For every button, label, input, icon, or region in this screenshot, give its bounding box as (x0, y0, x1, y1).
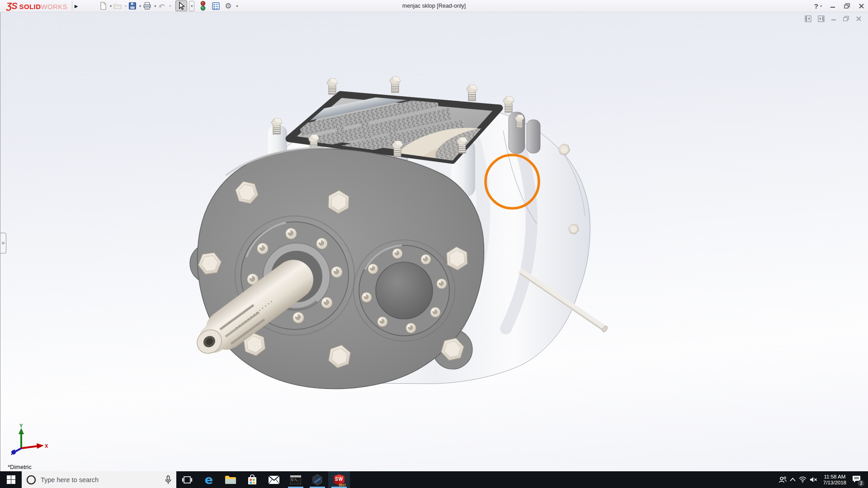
taskbar-app-edge[interactable]: e (198, 471, 220, 488)
windows-taskbar: e (0, 471, 868, 488)
minimize-icon (830, 3, 836, 9)
hexagon-app-icon (312, 474, 323, 486)
undo-button[interactable] (157, 0, 167, 11)
save-button[interactable] (127, 0, 137, 11)
edge-icon: e (205, 474, 213, 486)
housing-side-bolt (558, 144, 570, 155)
help-button[interactable]: ? ▾ (814, 2, 822, 10)
options-dropdown[interactable]: ▾ (236, 4, 238, 8)
taskbar-app-file-explorer[interactable] (220, 471, 241, 488)
taskbar-app-task-view[interactable] (176, 471, 198, 488)
taskbar-search-box[interactable] (22, 471, 176, 488)
menu-flyout-arrow-icon[interactable]: ▶ (72, 1, 80, 11)
close-button[interactable] (859, 3, 864, 9)
rebuild-traffic-light-icon (200, 1, 206, 11)
open-folder-icon (113, 2, 122, 10)
microphone-icon[interactable] (165, 475, 172, 484)
rebuild-button[interactable] (199, 0, 207, 11)
open-dropdown[interactable]: ▾ (125, 4, 127, 8)
select-tool-button[interactable] (175, 0, 187, 11)
options-gear-icon: ⚙ (225, 2, 231, 10)
command-prompt-icon: C:\_ (290, 475, 301, 484)
help-label: ? (814, 2, 818, 10)
start-button[interactable] (0, 471, 22, 488)
options-button[interactable]: ⚙ (224, 0, 232, 11)
restore-icon (844, 3, 850, 9)
new-document-icon (99, 2, 107, 10)
file-properties-icon (212, 2, 220, 10)
select-tool-dropdown[interactable]: ▾ (189, 1, 194, 11)
save-dropdown[interactable]: ▾ (139, 4, 141, 8)
taskbar-app-solidworks[interactable]: SW 2017 (328, 471, 350, 488)
cmd-prompt-text: C:\_ (292, 479, 299, 482)
sw-icon-year: 2017 (339, 483, 346, 487)
system-tray: 11:58 AM 7/13/2018 3 (779, 471, 868, 488)
screen: ƷS SOLIDWORKS ▶ ▾ ▾ (0, 0, 868, 488)
search-input[interactable] (41, 476, 160, 483)
file-properties-button[interactable] (211, 0, 221, 11)
hidden-icons-chevron[interactable] (790, 478, 796, 482)
people-icon[interactable] (779, 476, 787, 483)
close-icon (859, 3, 864, 9)
windows-logo-icon (7, 475, 15, 484)
wifi-icon[interactable] (799, 477, 807, 483)
select-cursor-icon (177, 1, 186, 10)
store-icon (247, 474, 258, 485)
save-floppy-icon (128, 2, 137, 10)
print-icon (143, 2, 151, 10)
sw-icon-label: SW (335, 477, 343, 482)
undo-arrow-icon (158, 2, 166, 10)
cortana-icon (26, 475, 36, 485)
triad-y-label: Y (19, 423, 23, 428)
right-bearing-flange[interactable] (359, 245, 449, 336)
window-controls: ? ▾ (814, 0, 864, 12)
clock-date: 7/13/2018 (823, 480, 846, 486)
undo-dropdown[interactable]: ▾ (169, 4, 171, 8)
solidworks-logo: ƷS SOLIDWORKS (0, 1, 72, 11)
open-button[interactable] (113, 0, 123, 11)
gearbox-3d-model[interactable] (0, 12, 868, 471)
taskbar-app-store[interactable] (241, 471, 263, 488)
print-dropdown[interactable]: ▾ (154, 4, 156, 8)
clock-time: 11:58 AM (823, 474, 846, 480)
orientation-triad: Y X (9, 423, 49, 455)
standard-toolbar: ▾ ▾ ▾ (98, 0, 238, 11)
notification-badge: 3 (858, 480, 864, 487)
solidworks-logo-works: WORKS (41, 3, 67, 10)
taskbar-clock[interactable]: 11:58 AM 7/13/2018 (821, 474, 849, 486)
title-bar: ƷS SOLIDWORKS ▶ ▾ ▾ (0, 0, 868, 12)
minimize-button[interactable] (830, 3, 836, 9)
action-center-button[interactable]: 3 (852, 475, 865, 485)
solidworks-app-icon: SW 2017 (333, 474, 345, 486)
new-document-dropdown[interactable]: ▾ (110, 4, 112, 8)
taskbar-app-hexagon[interactable] (307, 471, 328, 488)
volume-muted-icon[interactable] (810, 477, 817, 483)
new-document-button[interactable] (98, 0, 108, 11)
help-dropdown-icon: ▾ (820, 4, 822, 8)
task-view-icon (182, 475, 192, 484)
file-explorer-icon (225, 475, 236, 485)
print-button[interactable] (142, 0, 152, 11)
mail-icon (268, 475, 280, 484)
graphics-viewport[interactable]: Y X *Dimetric (0, 12, 868, 471)
view-orientation-label: *Dimetric (8, 464, 32, 470)
taskbar-app-mail[interactable] (263, 471, 285, 488)
solidworks-logo-solid: SOLID (19, 3, 41, 10)
taskbar-app-command-prompt[interactable]: C:\_ (285, 471, 307, 488)
triad-x-label: X (45, 443, 48, 449)
solidworks-logo-mark: ƷS (6, 1, 17, 11)
restore-button[interactable] (844, 3, 850, 9)
housing-boss-cylinder (527, 120, 540, 153)
